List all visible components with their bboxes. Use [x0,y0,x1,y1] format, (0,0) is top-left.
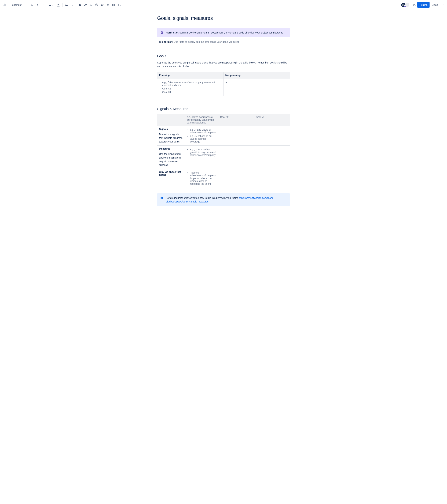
pursuing-cell[interactable]: e.g., Drive awareness of our company val… [157,78,224,96]
empty-cell[interactable] [218,126,254,146]
bullet-list-button[interactable] [64,2,69,8]
svg-point-19 [102,4,102,5]
svg-rect-6 [66,5,68,5]
svg-point-18 [101,4,103,6]
request-access-icon[interactable] [412,2,417,8]
list-item[interactable]: e.g., Drive awareness of our company val… [162,81,222,87]
goals-table[interactable]: Pursuing Not pursuing e.g., Drive awaren… [157,72,290,96]
svg-point-1 [43,5,43,5]
more-formatting-button[interactable] [40,2,46,8]
svg-point-5 [65,5,66,5]
svg-point-29 [442,5,442,5]
mention-button[interactable] [94,2,99,8]
not-pursuing-cell[interactable] [224,78,290,96]
signals-col-0[interactable] [157,114,185,126]
text-color-button[interactable]: A ▾ [56,2,61,8]
signals-col-3[interactable]: Goal #3 [254,114,290,126]
toolbar-separator [55,3,55,7]
more-actions-button[interactable] [440,2,446,8]
svg-rect-4 [66,4,68,4]
svg-point-3 [65,4,66,4]
svg-rect-14 [72,6,73,6]
empty-cell[interactable] [218,169,254,188]
divider [157,49,290,49]
table-row[interactable]: Measures Use the signals from above to b… [157,146,290,169]
signals-heading[interactable]: Signals & Measures [157,107,290,111]
chevron-down-icon: ▾ [60,4,61,6]
list-item[interactable]: Traffic to atlassian.com/company helps u… [190,171,216,185]
goals-heading[interactable]: Goals [157,54,290,58]
signals-col-2[interactable]: Goal #2 [218,114,254,126]
layouts-button[interactable] [111,2,116,8]
goals-pursuing-header[interactable]: Pursuing [157,72,224,78]
avatar-status-badge: C [404,5,406,7]
action-item-button[interactable] [77,2,83,8]
list-item[interactable] [229,81,288,84]
svg-rect-10 [72,4,73,4]
time-horizon-paragraph[interactable]: Time horizon: Use /date to quickly add t… [157,40,290,44]
empty-cell[interactable] [254,146,290,169]
svg-rect-33 [161,32,162,32]
empty-cell[interactable] [254,126,290,146]
user-avatar[interactable]: CK C [401,2,406,7]
block-type-label: Heading 2 [10,3,22,6]
goals-not-pursuing-header[interactable]: Not pursuing [224,72,290,78]
list-item[interactable]: Goal #3 [162,91,222,93]
toolbar-separator [62,3,63,7]
empty-cell[interactable] [218,146,254,169]
chevron-down-icon: ▾ [52,4,53,6]
north-star-label: North Star: [166,31,179,34]
table-row[interactable]: Why we chose that target Traffic to atla… [157,169,290,188]
chevron-down-icon: ▾ [24,4,25,6]
block-type-select[interactable]: Heading 2 ▾ [9,3,27,7]
svg-point-30 [443,5,443,5]
close-button[interactable]: Close [429,2,440,8]
svg-rect-26 [113,4,113,6]
confluence-logo [3,3,7,7]
publish-button[interactable]: Publish [417,2,429,8]
signals-row-desc: Brainstorm signals that indicate progres… [159,133,183,144]
goals-intro[interactable]: Separate the goals you are pursuing and … [157,61,290,68]
list-item[interactable]: e.g., 10% monthly growth in page views o… [190,148,216,156]
link-button[interactable] [83,2,88,8]
table-button[interactable] [105,2,111,8]
why-row-label: Why we chose that target [159,171,183,176]
numbered-list-button[interactable]: 123 [69,2,75,8]
page-content[interactable]: Goals, signals, measures North Star: Sum… [157,10,290,219]
page-title[interactable]: Goals, signals, measures [157,15,290,21]
italic-button[interactable] [35,2,40,8]
list-item[interactable]: e.g., Page views of atlassian.com/compan… [190,128,216,134]
text-color-icon: A [57,3,59,6]
table-row[interactable]: Signals Brainstorm signals that indicate… [157,126,290,146]
svg-point-20 [102,4,103,5]
north-star-text: Summarize the larger team-, department-,… [179,31,283,34]
signals-col-1[interactable]: e.g., Drive awareness of our company val… [185,114,218,126]
emoji-button[interactable] [99,2,105,8]
collaborator-avatars: CK C + [401,2,410,7]
list-item[interactable]: Goal #2 [162,87,222,90]
info-panel-icon [160,196,163,200]
signals-table[interactable]: e.g., Drive awareness of our company val… [157,114,290,188]
bold-button[interactable] [29,2,35,8]
north-star-panel[interactable]: North Star: Summarize the larger team-, … [157,28,290,37]
svg-rect-28 [414,5,415,6]
insert-more-button[interactable]: ▾ [116,2,122,8]
signals-row-label: Signals [159,128,183,130]
svg-point-2 [43,5,44,5]
list-item[interactable]: e.g., Mentions of our values in press co… [190,135,216,143]
svg-point-31 [443,5,444,5]
toolbar-separator [28,3,28,7]
note-panel-icon [160,31,163,34]
image-button[interactable] [88,2,94,8]
svg-point-0 [42,5,42,5]
text-color-swatch [57,6,59,6]
svg-rect-37 [161,198,162,199]
info-panel-body[interactable]: For guided instructions visit on how to … [166,196,287,203]
empty-cell[interactable] [254,169,290,188]
info-panel[interactable]: For guided instructions visit on how to … [157,193,290,206]
svg-point-38 [161,197,162,198]
north-star-body[interactable]: North Star: Summarize the larger team-, … [166,31,283,35]
divider [157,102,290,102]
alignment-button[interactable]: ▾ [48,2,54,8]
measures-row-desc: Use the signals from above to brainstorm… [159,152,183,167]
